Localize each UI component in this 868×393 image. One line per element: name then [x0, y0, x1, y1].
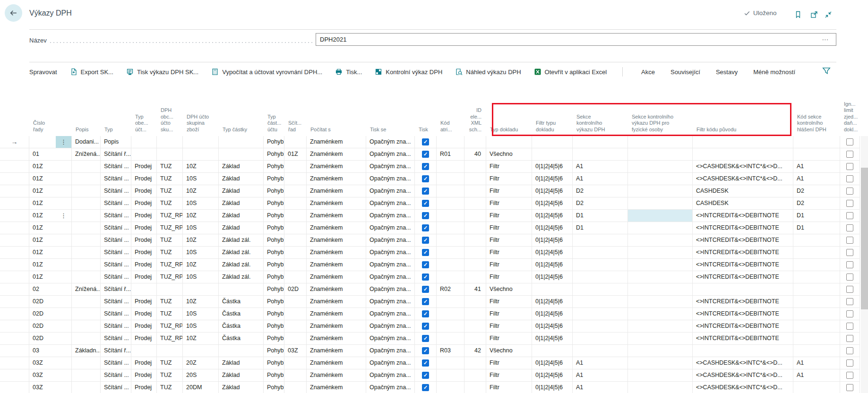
cell-dph_zbozi[interactable]: 10Z	[183, 234, 219, 246]
cell-dph_obc[interactable]: TUZ	[157, 161, 183, 172]
cell-scit_rad[interactable]	[284, 222, 307, 234]
cell-filtr_typu[interactable]	[532, 345, 573, 357]
cell-tisk_se[interactable]: Opačným zna...	[366, 185, 415, 197]
cell-row-selector[interactable]	[0, 234, 29, 246]
ign-checkbox[interactable]	[846, 200, 853, 207]
action-button[interactable]: Export SK...	[70, 68, 113, 76]
cell-sekce_fo[interactable]	[628, 222, 693, 234]
cell-sekce[interactable]	[573, 136, 628, 148]
cell-kod_sekce[interactable]	[793, 148, 840, 160]
column-header-dph_obc[interactable]: DPHobc...účtosku...	[157, 87, 183, 136]
column-header-typ_obe[interactable]: Typobe...účt...	[131, 87, 157, 136]
cell-popis[interactable]	[72, 320, 101, 332]
cell-cislo-rady[interactable]: 01Z	[29, 161, 72, 172]
cell-dph_obc[interactable]: TUZ_RP	[157, 210, 183, 222]
cell-sekce[interactable]	[573, 234, 628, 246]
cell-filtr_typu[interactable]: 0|1|2|4|5|6	[532, 259, 573, 271]
cell-scit_rad[interactable]	[284, 136, 307, 148]
cell-typ_dokladu[interactable]: Filtr	[486, 320, 532, 332]
cell-typ_obe[interactable]: Prodej	[131, 185, 157, 197]
cell-row-selector[interactable]	[0, 308, 29, 320]
tisk-checkbox[interactable]: ✓	[422, 212, 429, 219]
cell-sekce_fo[interactable]	[628, 320, 693, 332]
cell-filtr_kodu[interactable]: <>INTCREDIT&<>DEBITNOTE	[693, 247, 793, 258]
cell-dph_zbozi[interactable]	[183, 283, 219, 295]
cell-sekce_fo[interactable]	[628, 283, 693, 295]
cell-typ_uctu[interactable]: Pohyb	[264, 210, 284, 222]
cell-row-selector[interactable]	[0, 148, 29, 160]
tisk-checkbox[interactable]: ✓	[422, 372, 429, 379]
cell-sekce_fo[interactable]	[628, 247, 693, 258]
cell-filtr_kodu[interactable]: CASHDESK	[693, 185, 793, 197]
cell-typ_obe[interactable]: Prodej	[131, 247, 157, 258]
cell-filtr_typu[interactable]	[532, 283, 573, 295]
cell-typ_castky[interactable]: Základ	[219, 382, 264, 393]
action-button[interactable]: Tisk...	[335, 68, 362, 76]
cell-filtr_kodu[interactable]: <>INTCREDIT&<>DEBITNOTE	[693, 333, 793, 344]
cell-tisk_se[interactable]: Opačným zna...	[366, 345, 415, 357]
filter-button[interactable]	[822, 67, 831, 75]
cell-popis[interactable]	[72, 271, 101, 283]
cell-tisk[interactable]: ✓	[415, 382, 437, 393]
cell-tisk[interactable]: ✓	[415, 173, 437, 185]
column-header-typ[interactable]: Typ	[101, 87, 131, 136]
cell-filtr_typu[interactable]: 0|1|2|4|5|6	[532, 369, 573, 381]
cell-filtr_kodu[interactable]: <>CASHDESK&<>INTC*&<>D...	[693, 369, 793, 381]
cell-filtr_kodu[interactable]: <>CASHDESK&<>INTC*&<>D...	[693, 161, 793, 172]
cell-cislo-rady[interactable]: 01Z	[29, 222, 72, 234]
cell-sekce[interactable]	[573, 308, 628, 320]
cell-kod_atri[interactable]	[437, 234, 464, 246]
cell-pocitat[interactable]: Znaménkem	[307, 148, 366, 160]
cell-filtr_typu[interactable]	[532, 148, 573, 160]
cell-cislo-rady[interactable]: 02D	[29, 333, 72, 344]
cell-tisk_se[interactable]: Opačným zna...	[366, 382, 415, 393]
cell-popis[interactable]	[72, 173, 101, 185]
tisk-checkbox[interactable]: ✓	[422, 261, 429, 268]
cell-kod_atri[interactable]	[437, 197, 464, 209]
cell-typ_obe[interactable]: Prodej	[131, 197, 157, 209]
cell-typ[interactable]: Sčítání ...	[101, 247, 131, 258]
cell-filtr_typu[interactable]: 0|1|2|4|5|6	[532, 247, 573, 258]
cell-id_xml[interactable]	[464, 308, 486, 320]
cell-id_xml[interactable]	[464, 296, 486, 308]
cell-tisk[interactable]: ✓	[415, 222, 437, 234]
cell-dph_zbozi[interactable]: 10S	[183, 308, 219, 320]
cell-typ_dokladu[interactable]: Filtr	[486, 357, 532, 369]
menu-button-sestavy[interactable]: Sestavy	[716, 68, 738, 76]
cell-popis[interactable]: Dodani...	[72, 136, 101, 148]
cell-dph_zbozi[interactable]: 10Z	[183, 333, 219, 344]
cell-filtr_kodu[interactable]: <>INTCREDIT&<>DEBITNOTE	[693, 296, 793, 308]
cell-tisk_se[interactable]: Opačným zna...	[366, 161, 415, 172]
cell-row-selector[interactable]	[0, 197, 29, 209]
back-button[interactable]	[5, 4, 22, 22]
action-button[interactable]: Spravovat	[29, 68, 57, 76]
cell-pocitat[interactable]: Znaménkem	[307, 197, 366, 209]
cell-typ[interactable]: Sčítání ...	[101, 222, 131, 234]
cell-typ_obe[interactable]: Prodej	[131, 271, 157, 283]
cell-typ_uctu[interactable]: Pohyb	[264, 259, 284, 271]
cell-row-selector[interactable]	[0, 283, 29, 295]
cell-scit_rad[interactable]	[284, 357, 307, 369]
cell-id_xml[interactable]	[464, 247, 486, 258]
tisk-checkbox[interactable]: ✓	[422, 188, 429, 195]
cell-pocitat[interactable]: Znaménkem	[307, 136, 366, 148]
cell-kod_sekce[interactable]: D1	[793, 222, 840, 234]
action-button[interactable]: Tisk výkazu DPH SK...	[126, 68, 198, 76]
cell-filtr_typu[interactable]: 0|1|2|4|5|6	[532, 296, 573, 308]
cell-sekce_fo[interactable]	[628, 369, 693, 381]
cell-typ[interactable]: Sčítání ...	[101, 259, 131, 271]
tisk-checkbox[interactable]: ✓	[422, 384, 429, 391]
cell-dph_zbozi[interactable]	[183, 148, 219, 160]
tisk-checkbox[interactable]: ✓	[422, 323, 429, 330]
cell-typ_dokladu[interactable]: Filtr	[486, 185, 532, 197]
cell-tisk[interactable]: ✓	[415, 271, 437, 283]
cell-typ_castky[interactable]	[219, 283, 264, 295]
cell-sekce_fo[interactable]	[628, 173, 693, 185]
cell-id_xml[interactable]	[464, 210, 486, 222]
cell-sekce[interactable]	[573, 271, 628, 283]
cell-row-selector[interactable]	[0, 259, 29, 271]
cell-pocitat[interactable]: Znaménkem	[307, 369, 366, 381]
column-header-typ_dokladu[interactable]: Typ dokladu	[486, 87, 532, 136]
cell-cislo-rady[interactable]: 01Z	[29, 247, 72, 258]
cell-dph_zbozi[interactable]: 10Z	[183, 296, 219, 308]
